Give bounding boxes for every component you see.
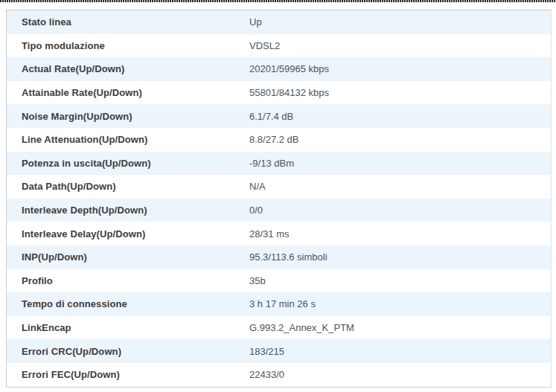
table-row: Attainable Rate(Up/Down) 55801/84132 kbp… bbox=[7, 81, 551, 105]
row-label: Attainable Rate(Up/Down) bbox=[7, 87, 249, 98]
row-value: 22433/0 bbox=[249, 369, 551, 380]
row-value: 8.8/27.2 dB bbox=[249, 134, 551, 145]
row-label: Interleave Depth(Up/Down) bbox=[7, 205, 249, 216]
row-label: Line Attenuation(Up/Down) bbox=[7, 134, 249, 145]
row-value: 28/31 ms bbox=[249, 228, 551, 240]
row-label: Data Path(Up/Down) bbox=[7, 181, 249, 192]
row-value: 3 h 17 min 26 s bbox=[249, 298, 551, 309]
row-value: 95.3/113.6 simboli bbox=[249, 251, 551, 263]
row-value: 35b bbox=[249, 275, 551, 286]
row-label: Interleave Delay(Up/Down) bbox=[7, 228, 249, 240]
page-top-dotted-divider bbox=[0, 0, 556, 2]
table-row: Actual Rate(Up/Down) 20201/59965 kbps bbox=[7, 57, 551, 81]
row-value: G.993.2_Annex_K_PTM bbox=[249, 322, 551, 333]
table-row: Profilo 35b bbox=[7, 269, 551, 293]
table-row: Potenza in uscita(Up/Down) -9/13 dBm bbox=[7, 152, 551, 176]
table-row: Stato linea Up bbox=[7, 10, 551, 34]
row-label: Potenza in uscita(Up/Down) bbox=[7, 158, 249, 169]
table-row: Interleave Delay(Up/Down) 28/31 ms bbox=[7, 222, 551, 245]
row-value: 0/0 bbox=[249, 205, 551, 216]
table-row: Noise Margin(Up/Down) 6.1/7.4 dB bbox=[7, 104, 551, 128]
table-row: Line Attenuation(Up/Down) 8.8/27.2 dB bbox=[7, 128, 551, 152]
table-row: Data Path(Up/Down) N/A bbox=[7, 175, 551, 199]
table-row: Tipo modulazione VDSL2 bbox=[7, 34, 551, 58]
row-label: Errori FEC(Up/Down) bbox=[7, 369, 249, 380]
dsl-status-table: Stato linea Up Tipo modulazione VDSL2 Ac… bbox=[6, 10, 552, 388]
row-label: Actual Rate(Up/Down) bbox=[7, 63, 249, 74]
row-value: 183/215 bbox=[249, 346, 551, 357]
row-value: Up bbox=[249, 16, 551, 28]
table-row: Errori CRC(Up/Down) 183/215 bbox=[7, 339, 551, 363]
row-value: 6.1/7.4 dB bbox=[249, 111, 551, 122]
row-label: Tipo modulazione bbox=[7, 40, 249, 51]
row-value: -9/13 dBm bbox=[249, 158, 551, 169]
table-row: INP(Up/Down) 95.3/113.6 simboli bbox=[7, 245, 551, 269]
table-row: LinkEncap G.993.2_Annex_K_PTM bbox=[7, 316, 551, 340]
row-value: VDSL2 bbox=[249, 40, 551, 51]
row-label: Tempo di connessione bbox=[7, 298, 249, 309]
row-value: N/A bbox=[249, 181, 551, 192]
table-row: Interleave Depth(Up/Down) 0/0 bbox=[7, 199, 551, 222]
table-row: Tempo di connessione 3 h 17 min 26 s bbox=[7, 292, 551, 316]
row-value: 55801/84132 kbps bbox=[249, 87, 551, 98]
row-label: Profilo bbox=[7, 275, 249, 286]
row-label: LinkEncap bbox=[7, 322, 249, 333]
row-label: Noise Margin(Up/Down) bbox=[7, 111, 249, 122]
row-label: Stato linea bbox=[7, 16, 249, 28]
table-row: Errori FEC(Up/Down) 22433/0 bbox=[7, 363, 551, 387]
row-label: Errori CRC(Up/Down) bbox=[7, 346, 249, 357]
row-label: INP(Up/Down) bbox=[7, 251, 249, 263]
row-value: 20201/59965 kbps bbox=[249, 63, 551, 74]
